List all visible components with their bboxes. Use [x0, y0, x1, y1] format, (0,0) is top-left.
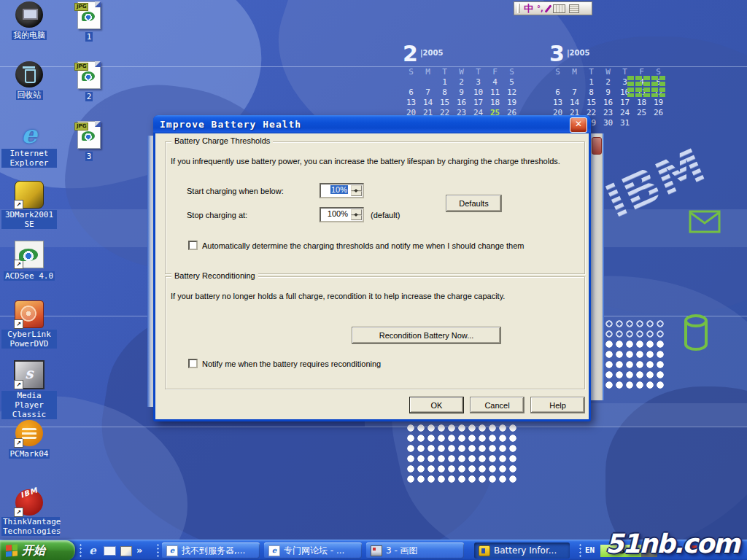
desktop-icon-recycle-bin[interactable]: 回收站 — [1, 61, 57, 101]
stop-threshold-input[interactable]: 100% — [320, 207, 364, 222]
language-bar-menu-icon[interactable] — [569, 4, 579, 13]
date-cell: 13 — [549, 98, 566, 108]
desktop-icon-pcmark04[interactable]: ↗PCMark04 — [1, 420, 57, 459]
desktop-icon-jpg-1[interactable]: JPG1 — [61, 1, 117, 42]
soft-keyboard-icon[interactable] — [553, 4, 565, 13]
dot-grid-right — [604, 339, 665, 390]
ime-pad-pen-icon[interactable] — [544, 4, 551, 12]
task-button-2[interactable]: e专门网论坛 - ... — [264, 542, 362, 559]
date-cell: 13 — [403, 98, 419, 108]
auto-determine-label: Automatically determine the charging thr… — [202, 241, 578, 250]
desktop-icon-my-computer[interactable]: 我的电脑 — [1, 1, 57, 41]
date-cell: 8 — [436, 88, 453, 98]
date-cell: 6 — [549, 88, 566, 98]
taskbar-separator[interactable] — [578, 543, 582, 558]
calendar-year: |2005 — [420, 49, 443, 57]
thinkvantage-technologies-label: ThinkVantage Technologies — [1, 517, 60, 536]
date-cell: 15 — [436, 98, 453, 108]
cancel-button[interactable]: Cancel — [470, 397, 525, 413]
quicklaunch-show-desktop-icon[interactable] — [120, 546, 132, 556]
3dmark2001-se-label: 3DMark2001 SE — [1, 210, 57, 229]
shortcut-arrow-icon: ↗ — [14, 508, 23, 517]
improve-battery-health-dialog: Improve Battery Health ✕ Battery Charge … — [153, 115, 591, 421]
cyberlink-powerdvd-icon: ↗ — [15, 300, 44, 328]
acdsee-40-label: ACDSee 4.0 — [4, 271, 55, 281]
ie-page-icon: e — [166, 545, 178, 556]
language-bar-grip[interactable] — [517, 4, 520, 13]
start-label: 开始 — [22, 540, 45, 560]
dot-grid-rings — [604, 319, 665, 339]
desktop-icon-3dmark2001-se[interactable]: ↗3DMark2001 SE — [1, 181, 57, 230]
my-computer-label: 我的电脑 — [12, 31, 47, 40]
desktop-icon-jpg-2[interactable]: JPG2 — [61, 61, 117, 102]
calendar-date-row: 13141516171819 — [403, 98, 527, 108]
background-window-button[interactable] — [592, 137, 602, 155]
internet-explorer-icon: e — [15, 121, 43, 147]
cylinder-icon — [683, 314, 712, 354]
ie-page-icon: e — [268, 545, 280, 556]
spin-down-button[interactable] — [351, 215, 362, 221]
start-threshold-input[interactable]: 10% — [320, 183, 364, 198]
defaults-button[interactable]: Defaults — [446, 195, 502, 212]
notify-recondition-label: Notify me when the battery requires reco… — [202, 359, 578, 368]
quicklaunch-chevron[interactable]: » — [136, 543, 142, 558]
date-cell — [633, 118, 650, 128]
date-cell: 7 — [419, 88, 436, 98]
pcmark04-icon: ↗ — [15, 420, 43, 446]
desktop-icon-acdsee-40[interactable]: ↗ACDSee 4.0 — [1, 241, 57, 281]
battery-charge-thresholds-group: Battery Charge Thresholds If you infrequ… — [165, 141, 585, 274]
task-button-4[interactable]: Battery Infor... — [474, 542, 570, 559]
ok-button[interactable]: OK — [409, 397, 464, 413]
language-bar[interactable]: 中 °, — [514, 1, 592, 15]
jpg-1-icon: JPG — [77, 1, 101, 29]
date-cell: 2 — [600, 77, 616, 88]
ime-mode-button[interactable]: 中 — [524, 4, 533, 13]
desktop-icon-internet-explorer[interactable]: eInternet Explorer — [1, 121, 57, 168]
jpg-1-label: 1 — [85, 32, 93, 42]
desktop-icon-jpg-3[interactable]: JPG3 — [61, 121, 117, 162]
notify-recondition-checkbox[interactable] — [188, 359, 198, 368]
3dmark2001-se-icon: ↗ — [15, 181, 44, 209]
date-cell: 1 — [583, 77, 600, 88]
dialog-title: Improve Battery Health — [153, 115, 591, 133]
date-cell: 5 — [503, 77, 520, 88]
paint-icon — [371, 545, 382, 556]
task-button-3[interactable]: 3 - 画图 — [366, 542, 464, 559]
quicklaunch-mail-icon[interactable] — [104, 546, 116, 556]
recondition-battery-button[interactable]: Recondition Battery Now... — [352, 327, 501, 344]
desktop-icon-media-player-classic[interactable]: s↗Media Player Classic — [1, 360, 57, 420]
weekday-cell: S — [549, 67, 566, 77]
taskbar-separator[interactable] — [156, 543, 160, 558]
close-button[interactable]: ✕ — [570, 117, 587, 133]
quicklaunch-ie-icon[interactable]: e — [86, 544, 99, 557]
language-indicator[interactable]: EN — [585, 545, 595, 555]
date-cell: 14 — [566, 98, 583, 108]
shortcut-arrow-icon: ↗ — [14, 260, 23, 269]
desktop-icon-thinkvantage-technologies[interactable]: IBM↗ThinkVantage Technologies — [1, 480, 57, 537]
punctuation-toggle-icon[interactable]: °, — [537, 5, 543, 12]
jpg-3-label: 3 — [85, 152, 93, 161]
date-cell — [549, 77, 566, 88]
calendar-weekday-row: SMTWTFS — [403, 67, 527, 77]
desktop-icon-cyberlink-powerdvd[interactable]: ↗CyberLink PowerDVD — [1, 300, 57, 349]
date-cell: 19 — [503, 98, 520, 108]
acdsee-40-icon: ↗ — [15, 241, 44, 268]
task-button-1[interactable]: e找不到服务器,... — [162, 542, 260, 559]
auto-determine-checkbox[interactable] — [188, 241, 198, 250]
weekday-cell: W — [453, 67, 470, 77]
help-button[interactable]: Help — [530, 397, 585, 413]
start-button[interactable]: 开始 — [0, 540, 75, 560]
date-cell: 24 — [616, 108, 633, 118]
date-cell: 7 — [566, 88, 583, 98]
dialog-titlebar[interactable]: Improve Battery Health ✕ — [153, 115, 591, 133]
taskbar-separator[interactable] — [79, 543, 82, 558]
date-cell — [650, 118, 667, 128]
date-cell: 26 — [650, 108, 667, 118]
date-cell: 2 — [453, 77, 470, 88]
date-cell: 17 — [470, 98, 487, 108]
date-cell: 9 — [600, 88, 616, 98]
start-threshold-value: 10% — [330, 185, 348, 194]
spin-down-button[interactable] — [351, 191, 362, 197]
weekday-cell: S — [503, 67, 520, 77]
shortcut-arrow-icon: ↗ — [14, 200, 23, 209]
